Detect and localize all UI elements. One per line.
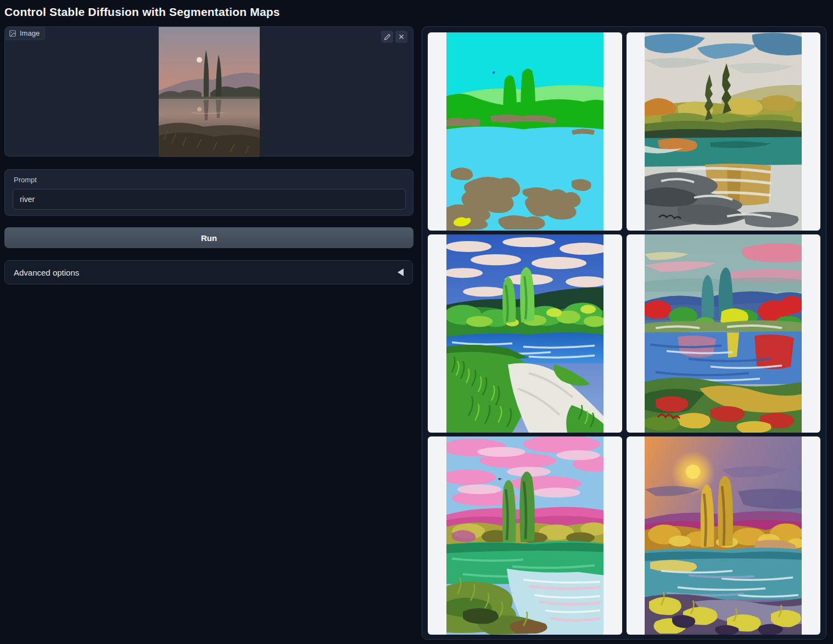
gallery-image-watercolor [645,32,802,231]
left-column: Image [4,26,413,284]
gallery-item-2[interactable] [627,32,821,231]
clear-image-button[interactable] [395,31,407,43]
app-page: Control Stable Diffusion with Segmentati… [0,0,833,644]
gallery-item-4[interactable] [627,234,821,433]
gallery-item-3[interactable] [428,234,622,433]
gallery-image-pink-sunset [446,436,603,635]
edit-image-button[interactable] [381,31,393,43]
prompt-panel: Prompt [4,169,413,216]
gallery-image-segmentation-map [446,32,603,231]
gallery-item-6[interactable] [627,436,821,635]
gallery-item-5[interactable] [428,436,622,635]
image-toolbar [381,31,407,43]
prompt-label: Prompt [14,176,405,184]
accordion-collapsed-arrow-icon [398,268,404,276]
pencil-icon [384,33,391,41]
uploaded-image[interactable] [159,27,260,157]
prompt-input[interactable] [13,189,406,210]
image-icon [9,30,16,37]
uploaded-river-photo [159,27,260,157]
image-input-label: Image [5,27,45,40]
gallery-image-golden-sunset [645,436,802,635]
advanced-options-accordion[interactable]: Advanced options [4,260,413,284]
main-layout: Image [4,26,826,640]
output-gallery [422,26,826,640]
page-title: Control Stable Diffusion with Segmentati… [4,4,826,19]
image-input-label-text: Image [20,29,40,37]
gallery-item-1[interactable] [428,32,622,231]
x-icon [398,33,405,40]
image-input-panel[interactable]: Image [4,26,413,156]
run-button[interactable]: Run [4,227,413,248]
gallery-image-fauvist [645,234,802,433]
gallery-image-vivid [446,234,603,433]
advanced-options-label: Advanced options [14,268,79,277]
